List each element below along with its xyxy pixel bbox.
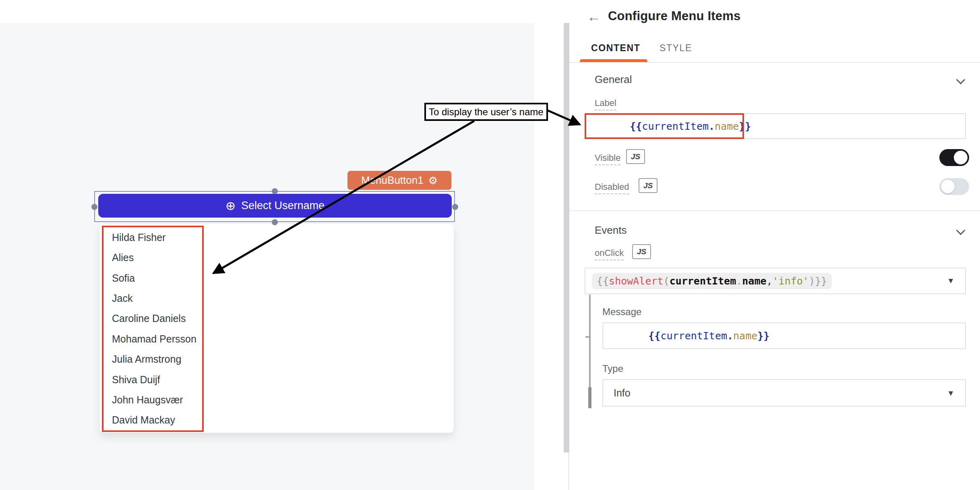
gear-icon[interactable]: ⚙ (428, 175, 438, 186)
disabled-js-toggle[interactable]: JS (639, 178, 657, 193)
resize-handle-right[interactable] (452, 204, 458, 210)
dropdown-caret-icon[interactable]: ▼ (947, 276, 955, 285)
widget-name-label: MenuButton1 (361, 174, 424, 187)
tab-content[interactable]: CONTENT (591, 43, 640, 54)
menu-item[interactable]: John Haugsvær (103, 390, 202, 410)
menu-item[interactable]: Caroline Daniels (103, 309, 202, 329)
app-root: MenuButton1 ⚙ ⊕ Select Username Hilda Fi… (0, 0, 980, 490)
nested-fields-tick (585, 336, 589, 338)
resize-handle-bottom[interactable] (272, 219, 278, 225)
menu-button-widget[interactable]: ⊕ Select Username (98, 194, 452, 218)
menu-item[interactable]: Jack (103, 288, 202, 308)
label-field-highlight-box (585, 113, 744, 139)
annotation-text: To display the user’s name (429, 106, 544, 118)
menu-items-highlight-box: Hilda Fisher Alies Sofia Jack Caroline D… (102, 226, 204, 432)
section-general-title: General (595, 73, 632, 86)
onclick-action-select[interactable]: {{showAlert(currentItem.name,'info')}} (585, 268, 966, 294)
menu-item[interactable]: Alies (103, 247, 202, 268)
visible-switch[interactable] (939, 149, 969, 166)
menu-item[interactable]: Sofia (103, 268, 202, 288)
tab-style[interactable]: STYLE (660, 43, 692, 54)
disabled-label: Disabled (595, 182, 629, 194)
visible-switch-knob (954, 151, 968, 164)
menu-item[interactable]: Julia Armstrong (103, 349, 202, 369)
menu-button-label: Select Username (241, 199, 325, 212)
visible-label: Visible (595, 153, 620, 165)
menu-item[interactable]: David Mackay (103, 410, 202, 430)
dropdown-caret-icon[interactable]: ▼ (947, 389, 955, 398)
visible-js-toggle[interactable]: JS (626, 149, 645, 164)
onclick-action-chip: {{showAlert(currentItem.name,'info')}} (592, 273, 832, 289)
menu-item[interactable]: Mohamad Persson (103, 329, 202, 349)
onclick-label: onClick (595, 248, 624, 260)
annotation-callout: To display the user’s name (424, 103, 548, 121)
panel-title: Configure Menu Items (608, 9, 741, 23)
widget-name-badge[interactable]: MenuButton1 ⚙ (347, 171, 451, 190)
message-input[interactable]: {{currentItem.name}} (602, 322, 966, 349)
type-select[interactable]: Info (602, 379, 966, 407)
tab-row-divider (569, 62, 980, 63)
type-label: Type (602, 363, 623, 374)
back-icon[interactable]: ← (587, 9, 601, 25)
panel-scrollbar-thumb[interactable] (564, 23, 569, 453)
nested-scrollbar-thumb[interactable] (588, 387, 591, 408)
plus-circle-icon: ⊕ (225, 200, 236, 212)
resize-handle-left[interactable] (91, 204, 97, 210)
section-events-title: Events (595, 224, 627, 237)
disabled-switch[interactable] (939, 178, 969, 195)
resize-handle-top[interactable] (272, 188, 278, 194)
message-label: Message (602, 306, 641, 318)
section-divider (569, 210, 980, 211)
disabled-switch-knob (941, 180, 955, 193)
message-code: {{currentItem.name}} (612, 318, 769, 353)
type-select-value: Info (614, 387, 631, 399)
menu-item[interactable]: Shiva Duijf (103, 370, 202, 390)
nested-fields-indent-line (589, 295, 591, 400)
menu-item[interactable]: Hilda Fisher (103, 227, 202, 247)
onclick-js-toggle[interactable]: JS (632, 244, 651, 259)
